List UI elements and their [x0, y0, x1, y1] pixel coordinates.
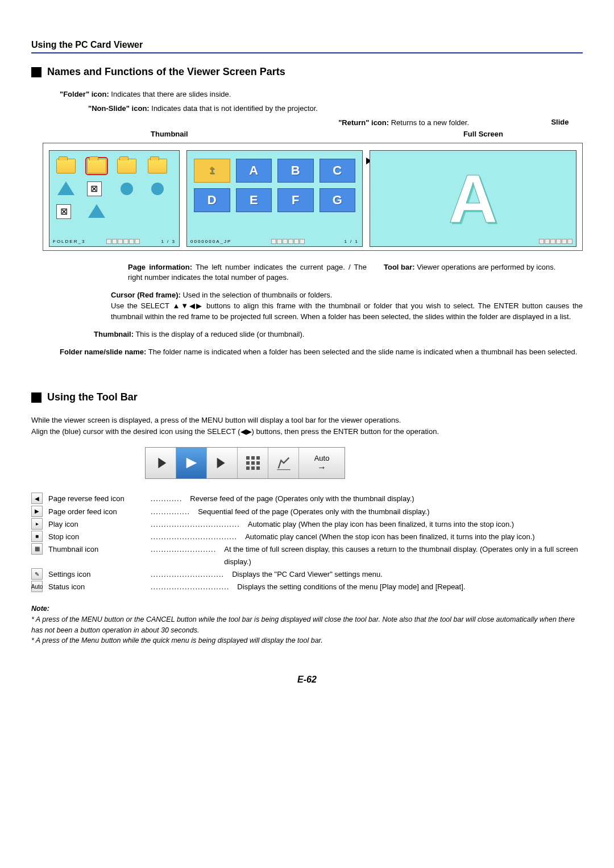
folder-icon [148, 159, 167, 173]
folder-icon [117, 159, 136, 173]
slide-g: G [320, 188, 356, 212]
slide-dot-icon [117, 181, 136, 196]
mini-toolbar-icon [271, 239, 305, 244]
legend-text: Sequential feed of the page (Operates on… [198, 506, 583, 518]
desc-cursor: Cursor (Red frame): Used in the selectio… [111, 290, 583, 323]
section-header: Using the PC Card Viewer [31, 40, 583, 50]
legend-glyph-icon: Auto [31, 581, 43, 592]
slide-f: F [277, 188, 314, 212]
mini-toolbar-icon [106, 239, 140, 244]
icon-legend: ◀Page reverse feed icon............Rever… [31, 493, 583, 593]
non-slide-icon: ⊠ [56, 204, 76, 219]
folder-name: FOLDER_3 [53, 239, 85, 244]
settings-button[interactable] [268, 448, 299, 478]
legend-glyph-icon: ✎ [31, 568, 43, 580]
page-info: 1 / 3 [161, 239, 176, 244]
page-info: 1 / 1 [344, 239, 359, 244]
slide-a: A [236, 159, 272, 183]
callout-return: "Return" icon: Returns to a new folder. [338, 118, 469, 129]
slide-c: C [320, 159, 356, 183]
viewer-diagram: ⊠ ⊠ FOLDER_3 1 / 3 ↥ A B C [43, 143, 583, 251]
legend-name: Status icon [48, 581, 145, 593]
legend-row: ▸Play icon..............................… [31, 518, 583, 531]
note-block: Note: * A press of the MENU button or th… [31, 604, 583, 646]
page-reverse-button[interactable] [146, 448, 176, 478]
play-button[interactable] [207, 448, 238, 478]
legend-glyph-icon: ◀ [31, 493, 43, 504]
legend-glyph-icon: ■ [31, 531, 43, 542]
slide-b: B [277, 159, 314, 183]
note-1: * A press of the MENU button or the CANC… [31, 614, 583, 636]
legend-name: Page order feed icon [48, 506, 145, 518]
thumbnail-button[interactable] [238, 448, 268, 478]
legend-glyph-icon: ▶ [31, 506, 43, 517]
slide-d: D [194, 188, 230, 212]
callout-folder: "Folder" icon: Indicates that there are … [60, 89, 583, 100]
square-bullet-icon [31, 67, 42, 77]
folder-pane: ⊠ ⊠ FOLDER_3 1 / 3 [49, 150, 180, 247]
legend-dots: ............... [151, 506, 190, 518]
page-forward-button[interactable] [176, 448, 207, 478]
header-rule [31, 52, 583, 53]
legend-name: Settings icon [48, 568, 145, 581]
legend-dots: .................................. [151, 518, 240, 531]
desc-pageinfo: Page information: The left number indica… [128, 262, 367, 284]
note-2: * A press of the Menu button while the q… [31, 635, 583, 646]
legend-text: Displays the "PC Card Viewer" settings m… [232, 568, 583, 581]
legend-row: ■Stop icon..............................… [31, 531, 583, 543]
heading-text: Using the Tool Bar [47, 391, 138, 403]
return-icon: ↥ [194, 159, 230, 183]
heading-toolbar: Using the Tool Bar [31, 391, 583, 403]
mini-toolbar-icon [539, 239, 572, 244]
legend-row: ✎Settings icon..........................… [31, 568, 583, 581]
desc-thumbnail: Thumbnail: This is the display of a redu… [94, 329, 583, 340]
legend-text: Reverse feed of the page (Operates only … [190, 493, 583, 505]
page-number: E-62 [31, 675, 583, 685]
label-thumbnail: Thumbnail [151, 130, 188, 138]
slide-name: 0000000A_JP [190, 239, 231, 244]
fullscreen-pane: A [370, 150, 576, 247]
folder-icon [56, 159, 76, 173]
arrow-right-icon: → [317, 462, 326, 473]
toolbar: Auto → [145, 447, 345, 479]
status-button[interactable]: Auto → [299, 448, 345, 478]
legend-glyph-icon: ▦ [31, 543, 43, 555]
legend-text: Automatic play cancel (When the stop ico… [245, 531, 583, 543]
legend-row: ▦Thumbnail icon.........................… [31, 543, 583, 568]
legend-row: AutoStatus icon.........................… [31, 581, 583, 593]
label-fullscreen: Full Screen [463, 130, 503, 138]
legend-dots: ............ [151, 493, 182, 505]
legend-row: ▶Page order feed icon...............Sequ… [31, 506, 583, 518]
legend-name: Thumbnail icon [48, 543, 145, 556]
legend-text: Automatic play (When the play icon has b… [248, 518, 583, 531]
legend-name: Page reverse feed icon [48, 493, 145, 505]
callout-nonslide: "Non-Slide" icon: Indicates data that is… [88, 104, 583, 114]
legend-row: ◀Page reverse feed icon............Rever… [31, 493, 583, 505]
legend-dots: .............................. [151, 581, 229, 593]
folder-icon-selected [87, 159, 106, 173]
thumbnail-pane: ↥ A B C D E F G 0000000A_JP 1 / 1 [186, 150, 363, 247]
square-bullet-icon [31, 392, 42, 403]
legend-name: Stop icon [48, 531, 145, 543]
legend-dots: ................................. [151, 531, 237, 543]
auto-label: Auto [314, 454, 330, 462]
label-slide: Slide [537, 118, 583, 129]
heading-text: Names and Functions of the Viewer Screen… [47, 66, 285, 78]
toolbar-intro: While the viewer screen is displayed, a … [31, 415, 583, 437]
note-heading: Note: [31, 605, 49, 613]
non-slide-icon: ⊠ [87, 181, 106, 196]
slide-tri-icon [87, 204, 106, 219]
legend-name: Play icon [48, 518, 145, 531]
slide-e: E [236, 188, 272, 212]
slide-dot-icon [148, 181, 167, 196]
legend-text: At the time of full screen display, this… [224, 543, 583, 568]
legend-text: Displays the setting conditions of the m… [237, 581, 583, 593]
legend-dots: ......................... [151, 543, 216, 556]
desc-foldername: Folder name/slide name: The folder name … [60, 347, 583, 358]
heading-names: Names and Functions of the Viewer Screen… [31, 66, 583, 78]
desc-toolbar: Tool bar: Viewer operations are performe… [384, 262, 583, 284]
big-slide-a: A [449, 164, 498, 233]
slide-tri-icon [56, 181, 76, 196]
legend-dots: ............................ [151, 568, 224, 581]
legend-glyph-icon: ▸ [31, 518, 43, 530]
